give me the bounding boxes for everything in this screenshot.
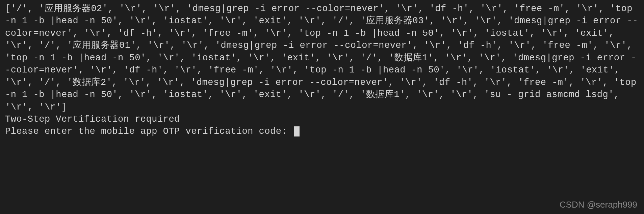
otp-prompt: Please enter the mobile app OTP verifica… xyxy=(5,126,293,136)
command-list-output: ['/', '应用服务器02', '\r', '\r', 'dmesg|grep… xyxy=(5,4,642,112)
watermark-text: CSDN @seraph999 xyxy=(560,199,637,211)
terminal-output: ['/', '应用服务器02', '\r', '\r', 'dmesg|grep… xyxy=(5,3,639,138)
verification-message: Two-Step Vertification required xyxy=(5,114,180,124)
terminal-cursor[interactable] xyxy=(294,126,300,136)
